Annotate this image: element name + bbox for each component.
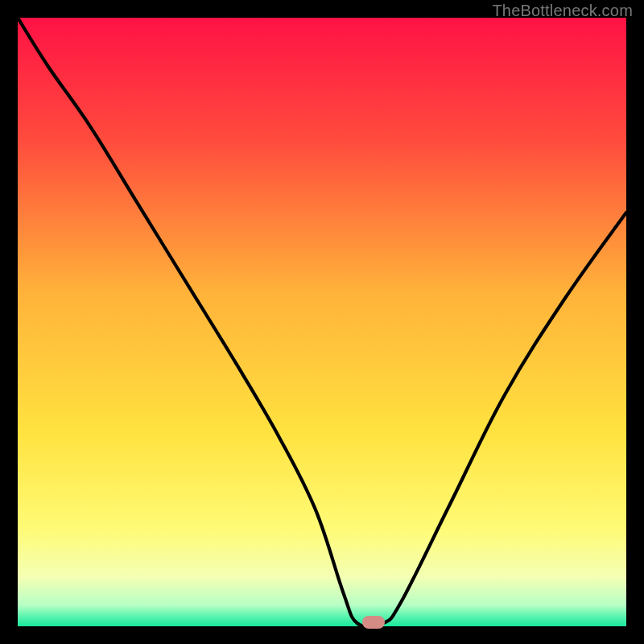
chart-container: TheBottleneck.com <box>0 0 644 644</box>
optimal-marker <box>362 616 385 629</box>
plot-area <box>18 18 626 626</box>
bottleneck-curve <box>18 18 626 626</box>
